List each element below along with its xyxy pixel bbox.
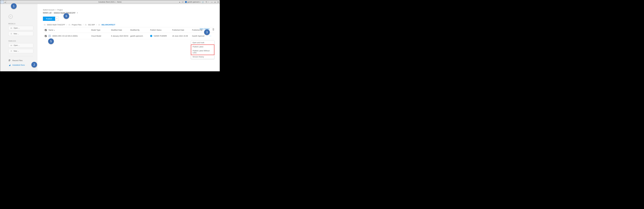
- new-label: New ...: [14, 33, 19, 35]
- model-table: Name ▴ Model Type Modified Date Modified…: [43, 27, 214, 39]
- autodesk-docs-label: Autodesk Docs: [12, 64, 25, 66]
- col-published-date[interactable]: Published Date: [172, 29, 192, 31]
- search-binoculars-icon[interactable]: 👓: [181, 1, 184, 3]
- models-new-button[interactable]: 🗋 New ...: [8, 32, 33, 36]
- col-modified-date[interactable]: Modified Date: [111, 29, 130, 31]
- publish-button[interactable]: Publish: [43, 16, 55, 21]
- annotation-badge-2: 2: [32, 62, 37, 67]
- minimize-button[interactable]: —: [211, 1, 213, 3]
- folder-open-icon: 🗁: [10, 27, 12, 29]
- folder-icon: 🗀: [85, 24, 87, 26]
- row-checkbox[interactable]: [45, 35, 47, 37]
- publish-dropdown-button[interactable]: ▾: [55, 16, 59, 21]
- cell-mdate: 6 January 2023 09:53: [111, 35, 130, 37]
- folder-icon: 🗀: [68, 24, 70, 26]
- user-menu[interactable]: 👤 gareth.spencer1 ▾: [185, 1, 201, 3]
- recent-files-link[interactable]: 🗐 Recent Files: [0, 58, 38, 63]
- open-label: Open ...: [14, 27, 20, 29]
- families-new-button[interactable]: 🗋 New ...: [8, 49, 33, 53]
- cart-icon[interactable]: 🛒: [202, 1, 204, 3]
- sort-asc-icon: ▴: [54, 29, 55, 31]
- back-button[interactable]: ←: [9, 14, 13, 18]
- project-dropdown-icon[interactable]: ▾: [77, 12, 78, 14]
- families-open-button[interactable]: 🗁 Open ...: [8, 43, 33, 47]
- annotation-badge-3: 3: [204, 29, 210, 35]
- table-row[interactable]: R 00003-ARC-XX-ZZ-M3-A-00001 Cloud Model…: [43, 33, 214, 39]
- annotation-badge-5: 5: [48, 38, 54, 44]
- switch-account-link[interactable]: Switch Account: [43, 9, 54, 11]
- user-name: gareth.spencer1: [187, 1, 200, 3]
- update-available-icon: ↑: [150, 35, 152, 37]
- col-modified-by[interactable]: Modified By: [130, 29, 150, 31]
- table-header: Name ▴ Model Type Modified Date Modified…: [43, 27, 214, 33]
- cell-pby: Gareth Spencer: [192, 35, 209, 37]
- menu-open-and-audit[interactable]: Open and Audit: [191, 41, 214, 45]
- titlebar: R ▦ Autodesk Revit 2023.1 - Home ◂ 👓 👤 g…: [0, 0, 220, 4]
- help-icon[interactable]: ?⃝: [205, 1, 208, 3]
- breadcrumb-small: Switch Account > Project: [43, 9, 214, 11]
- folder-open-icon: 🗁: [10, 44, 12, 46]
- file-name: 00003-ARC-XX-ZZ-M3-A-00001: [52, 35, 78, 37]
- menu-publish-latest-without-links[interactable]: Publish Latest Without Links: [191, 49, 214, 55]
- app-window: R ▦ Autodesk Revit 2023.1 - Home ◂ 👓 👤 g…: [0, 0, 220, 71]
- open-label: Open ...: [14, 44, 20, 46]
- menu-publish-latest[interactable]: Publish Latest: [191, 45, 214, 49]
- col-name[interactable]: Name ▴: [48, 29, 91, 31]
- path-seg-2[interactable]: Project Files: [72, 24, 82, 26]
- home-thumbnail-icon[interactable]: ▦: [4, 1, 6, 3]
- annotation-badge-6: 6: [64, 13, 69, 19]
- annotation-highlight: Publish Latest Publish Latest Without Li…: [191, 44, 214, 55]
- cell-pstatus: Update Available: [154, 35, 167, 37]
- folder-icon: 🗀: [44, 24, 46, 26]
- window-title: Autodesk Revit 2023.1 - Home: [98, 1, 122, 3]
- cell-type: Cloud Model: [91, 35, 111, 37]
- dropdown-caret-icon: ▾: [200, 1, 201, 3]
- revit-logo-icon: R: [0, 0, 4, 3]
- cell-mby: gareth.spencer1: [130, 35, 150, 37]
- folder-path-bar: 🗀 00003-MaM-TAKEOFF / 🗀 Project Files / …: [43, 23, 214, 27]
- path-seg-4[interactable]: 002.ARCHITECT: [102, 24, 115, 26]
- cell-pdate: 16 June 2022 15:39: [172, 35, 192, 37]
- models-open-button[interactable]: 🗁 Open ...: [8, 26, 33, 30]
- annotation-badge-1: 1: [11, 3, 16, 9]
- new-file-icon: 🗋: [10, 50, 12, 52]
- project-crumb: Project: [58, 9, 63, 11]
- folder-icon: 🗀: [98, 24, 100, 26]
- new-file-icon: 🗋: [10, 33, 12, 35]
- recent-files-label: Recent Files: [12, 59, 22, 61]
- row-actions-icon[interactable]: ⋯: [209, 35, 212, 37]
- families-section-label: FAMILIES: [8, 40, 38, 42]
- path-seg-3[interactable]: 002.WIP: [88, 24, 95, 26]
- breadcrumb-large: MAM Ltd › 00003-MaM-TAKEOFF ▾: [43, 11, 214, 14]
- table-settings-icon[interactable]: ⚙: [212, 29, 214, 31]
- col-publish-status[interactable]: Publish Status: [150, 29, 172, 31]
- select-all-checkbox[interactable]: [45, 29, 47, 31]
- col-type[interactable]: Model Type: [91, 29, 111, 31]
- autodesk-docs-icon: ◢: [8, 64, 11, 66]
- user-avatar-icon: 👤: [185, 1, 187, 3]
- path-seg-1[interactable]: 00003-MaM-TAKEOFF: [47, 24, 65, 26]
- recent-files-icon: 🗐: [8, 59, 11, 61]
- revit-file-icon: R: [48, 35, 51, 37]
- chevron-right-icon: ›: [52, 12, 53, 14]
- menu-version-history[interactable]: Version History: [191, 55, 214, 59]
- divider: [8, 56, 33, 56]
- help-caret-icon[interactable]: ▾: [208, 1, 209, 3]
- marketplace-icon[interactable]: ◂: [179, 1, 180, 3]
- account-name[interactable]: MAM Ltd: [43, 11, 52, 14]
- row-context-menu: Open and Audit Publish Latest Publish La…: [191, 40, 214, 59]
- models-section-label: MODELS: [8, 23, 38, 24]
- sidebar: ← MODELS 🗁 Open ... 🗋 New ... FAMILIES 🗁…: [0, 4, 38, 71]
- maximize-button[interactable]: ▭: [214, 1, 216, 3]
- close-button[interactable]: ✕: [217, 1, 219, 3]
- new-label: New ...: [14, 50, 19, 52]
